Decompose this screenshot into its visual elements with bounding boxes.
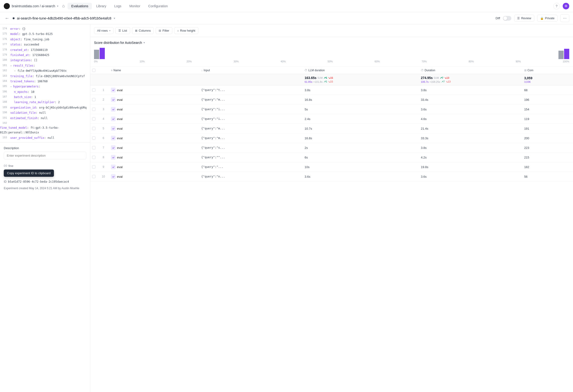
row-llm-duration: 2.4s xyxy=(302,114,418,124)
code-line-185: 185 ▾ hyperparameters: xyxy=(0,84,90,89)
table-row[interactable]: 3 eval {"query":"i... 5s 3.6s 154 xyxy=(90,105,573,114)
nav-tab-library[interactable]: Library xyxy=(92,3,110,9)
line-num-177: 177 xyxy=(0,42,10,47)
row-input: {"query":"m... xyxy=(198,95,302,105)
chart-area xyxy=(94,47,569,59)
row-checkbox[interactable] xyxy=(92,136,95,140)
row-checkbox[interactable] xyxy=(92,98,95,101)
nav-avatar: O xyxy=(563,3,569,9)
fine-tune-link[interactable]: fine xyxy=(0,162,90,170)
row-name: eval xyxy=(108,133,198,143)
row-llm-duration: 10.7s xyxy=(302,124,418,133)
row-input: {"query":"i... xyxy=(198,114,302,124)
row-checkbox[interactable] xyxy=(92,156,95,159)
row-com: 119 xyxy=(521,114,573,124)
code-line-193: 193 user_provided_suffix: null xyxy=(0,135,90,141)
data-table-wrap: ≡Name ↓Input ⏱LLM duration ⏱Duration ⊞Co xyxy=(90,67,573,392)
summary-llm-sub-down: ↘15 xyxy=(328,80,333,83)
table-row[interactable]: 7 eval {"query":"s... 2s 3.8s 223 xyxy=(90,143,573,153)
header-checkbox[interactable] xyxy=(92,69,95,72)
row-checkbox[interactable] xyxy=(92,127,95,130)
summary-name xyxy=(108,74,198,85)
th-input: ↓Input xyxy=(198,67,302,74)
line-num-189: 189 xyxy=(0,105,10,110)
back-button[interactable]: ← xyxy=(4,15,10,22)
line-num-188: 188 xyxy=(0,100,10,105)
row-name: eval xyxy=(108,85,198,95)
row-checkbox[interactable] xyxy=(92,117,95,121)
private-button[interactable]: 🔒 Private xyxy=(537,15,557,21)
toolbar: All rows ▾ ☰ List ⊞ Columns ⊟ Filter ↕ R… xyxy=(90,24,573,37)
table-row[interactable]: 10 eval {"query":"n... 3.6s 3.6s 56 xyxy=(90,172,573,181)
table-row[interactable]: 4 eval {"query":"i... 2.4s 4.6s 119 xyxy=(90,114,573,124)
table-row[interactable]: 1 eval {"query":"t... 3.8s 3.8s 68 xyxy=(90,85,573,95)
row-checkbox[interactable] xyxy=(92,146,95,149)
summary-dur-sub-down: ↘13 xyxy=(446,80,451,83)
code-line-181: 181 ▾ result_files: xyxy=(0,63,90,68)
row-checkbox[interactable] xyxy=(92,175,95,178)
th-name: ≡Name xyxy=(108,67,198,74)
summary-dur-bold: 274.95s xyxy=(421,76,433,80)
th-checkbox xyxy=(90,67,99,74)
line-num-186: 186 xyxy=(0,89,10,94)
nav-logo xyxy=(4,3,10,9)
eval-icon xyxy=(111,97,116,102)
row-checkbox[interactable] xyxy=(92,165,95,169)
th-com: ⊞Com xyxy=(521,67,573,74)
chart-bars-left xyxy=(94,48,105,59)
left-panel: 174 error: {} 175 model: gpt-3.5-turbo-0… xyxy=(0,24,90,392)
row-name: eval xyxy=(108,172,198,181)
line-num-178: 178 xyxy=(0,48,10,52)
line-num-176: 176 xyxy=(0,37,10,42)
row-com: 200 xyxy=(521,133,573,143)
nav-tab-monitor[interactable]: Monitor xyxy=(126,3,144,9)
nav-help-icon[interactable]: ? xyxy=(553,3,560,9)
nav-brand: braintrustdata.com / ai-search xyxy=(12,4,55,8)
line-num-184: 184 xyxy=(0,79,10,84)
table-row[interactable]: 2 eval {"query":"m... 16.8s 33.4s 196 xyxy=(90,95,573,105)
eval-icon xyxy=(111,107,116,112)
columns-button[interactable]: ⊞ Columns xyxy=(132,27,154,34)
table-row[interactable]: 6 eval {"query":"m... 16.8s 33.3s 200 xyxy=(90,133,573,143)
row-llm-duration: 3.8s xyxy=(302,85,418,95)
nav-tab-logs[interactable]: Logs xyxy=(110,3,125,9)
id-value: b5a41d72-8596-4c72-beda-2c195daecac4 xyxy=(8,180,69,183)
summary-llm-sub-up: ↗5 xyxy=(323,80,327,83)
table-row[interactable]: 5 eval {"query":"m... 10.7s 21.4s 191 xyxy=(90,124,573,133)
diff-toggle[interactable] xyxy=(503,16,511,21)
row-checkbox[interactable] xyxy=(92,89,95,92)
summary-com-bold: 3,059 xyxy=(524,76,570,80)
line-num-185: 185 xyxy=(0,84,10,89)
nav-tab-configuration[interactable]: Configuration xyxy=(144,3,171,9)
row-height-button[interactable]: ↕ Row height xyxy=(174,27,198,34)
all-rows-label: All rows xyxy=(97,29,108,32)
review-icon: ☰ xyxy=(517,17,520,20)
row-com: 215 xyxy=(521,153,573,162)
row-checkbox[interactable] xyxy=(92,107,95,111)
row-duration: 3.8s xyxy=(418,143,521,153)
nav-tabs: Evaluations Library Logs Monitor Configu… xyxy=(68,3,172,9)
table-row[interactable]: 8 eval {"query":""... 6s 4.2s 215 xyxy=(90,153,573,162)
all-rows-button[interactable]: All rows ▾ xyxy=(94,27,113,34)
more-button[interactable]: ⋯ xyxy=(560,14,569,22)
summary-dur-sub-diff: +168.25s xyxy=(430,80,440,83)
review-button[interactable]: ☰ Review xyxy=(514,15,534,21)
row-com: 182 xyxy=(521,162,573,172)
nav-home-icon[interactable]: ⌂ xyxy=(62,3,65,8)
nav-tab-evaluations[interactable]: Evaluations xyxy=(68,3,92,9)
table-row[interactable]: 9 eval {"query":"... 10s 19.8s 182 xyxy=(90,162,573,172)
filter-icon: ⊟ xyxy=(159,29,161,32)
code-line-179: 179 finished_at: 1715688425 xyxy=(0,53,90,58)
review-label: Review xyxy=(521,17,531,20)
eval-icon xyxy=(111,126,116,131)
bar-gray-left xyxy=(94,50,99,59)
filter-button[interactable]: ⊟ Filter xyxy=(156,27,172,34)
experiment-meta: Experiment created May 14, 2024 5:21 AM … xyxy=(0,186,90,191)
second-nav: ← ai-search-fine-tune-4db2b490-e0e4-4fbb… xyxy=(0,12,573,24)
summary-com-sub: 3,036 xyxy=(524,80,570,83)
row-height-label: Row height xyxy=(180,29,195,32)
list-button[interactable]: ☰ List xyxy=(115,27,130,34)
row-num: 7 xyxy=(99,143,108,153)
row-name: eval xyxy=(108,153,198,162)
description-input[interactable] xyxy=(4,152,86,160)
